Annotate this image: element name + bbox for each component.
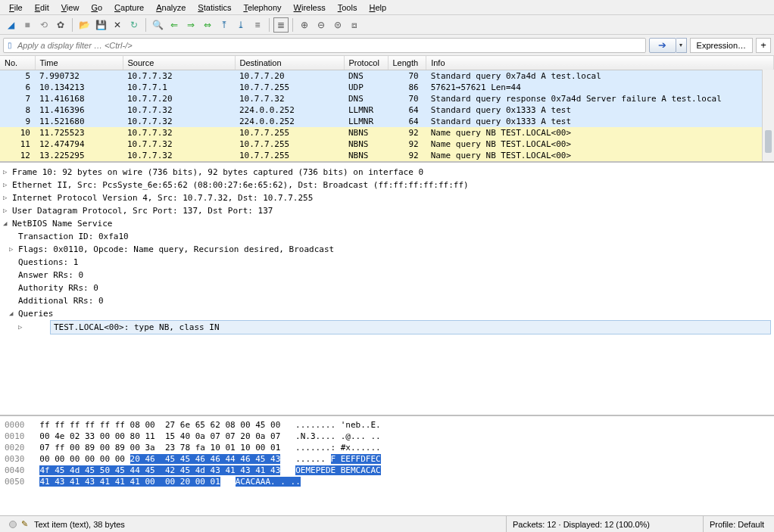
zoom-in-icon[interactable]: ⊕ <box>297 17 312 33</box>
expand-icon[interactable]: ▷ <box>3 191 11 204</box>
tree-item-authority-rrs[interactable]: Authority RRs: 0 <box>0 282 774 294</box>
packet-cell: 7 <box>0 93 35 104</box>
column-header-no[interactable]: No. <box>0 56 35 70</box>
tree-item-frame[interactable]: ▷Frame 10: 92 bytes on wire (736 bits), … <box>0 166 774 179</box>
expand-icon[interactable]: ▷ <box>3 321 18 334</box>
scrollbar-thumb[interactable] <box>765 130 772 153</box>
add-filter-button[interactable]: + <box>756 38 771 53</box>
packet-cell: 10.7.7.32 <box>235 93 344 104</box>
prev-icon[interactable]: ⇐ <box>167 17 182 33</box>
packet-details-pane[interactable]: ▷Frame 10: 92 bytes on wire (736 bits), … <box>0 163 774 416</box>
hex-row[interactable]: 0050 41 43 41 43 41 41 41 00 00 20 00 01… <box>5 476 769 487</box>
menu-statistics[interactable]: Statistics <box>192 2 237 14</box>
options-icon[interactable]: ✿ <box>53 17 68 33</box>
packet-cell: 10.7.7.32 <box>123 104 235 116</box>
column-header-time[interactable]: Time <box>35 56 123 70</box>
packet-bytes-pane[interactable]: 0000 ff ff ff ff ff ff 08 00 27 6e 65 62… <box>0 416 774 515</box>
packet-cell: 70 <box>388 70 426 82</box>
packet-cell: 92 <box>388 138 426 150</box>
separator <box>269 18 270 32</box>
restart-capture-icon[interactable]: ⟲ <box>36 17 51 33</box>
packet-cell: 9 <box>0 116 35 127</box>
packet-row[interactable]: 57.99073210.7.7.3210.7.7.20DNS70Standard… <box>0 70 774 82</box>
stop-capture-icon[interactable]: ■ <box>20 17 35 33</box>
menu-capture[interactable]: Capture <box>108 2 150 14</box>
edit-icon[interactable]: ✎ <box>21 519 28 529</box>
zoom-reset-icon[interactable]: ⊜ <box>330 17 345 33</box>
tree-item-transaction-id[interactable]: Transaction ID: 0xfa10 <box>0 230 774 243</box>
save-icon[interactable]: 💾 <box>93 17 108 33</box>
status-profile[interactable]: Profile: Default <box>703 516 771 532</box>
packet-row[interactable]: 911.52168010.7.7.32224.0.0.252LLMNR64Sta… <box>0 116 774 127</box>
filter-bar: ▯ ➔ ▾ Expression… + <box>0 35 774 56</box>
collapse-icon[interactable]: ◢ <box>9 307 17 320</box>
expand-icon[interactable]: ▷ <box>3 204 11 217</box>
tree-item-flags[interactable]: ▷Flags: 0x0110, Opcode: Name query, Recu… <box>0 243 774 256</box>
tree-item-answer-rrs[interactable]: Answer RRs: 0 <box>0 269 774 282</box>
packet-row[interactable]: 1011.72552310.7.7.3210.7.7.255NBNS92Name… <box>0 127 774 138</box>
tree-item-queries[interactable]: ◢Queries <box>0 307 774 320</box>
column-header-source[interactable]: Source <box>123 56 235 70</box>
packet-list-table[interactable]: No.TimeSourceDestinationProtocolLengthIn… <box>0 56 774 161</box>
expand-icon[interactable]: ▷ <box>3 166 11 179</box>
filter-history-dropdown[interactable]: ▾ <box>676 38 687 53</box>
packet-row[interactable]: 610.13421310.7.7.110.7.7.255UDP8657621→5… <box>0 82 774 93</box>
tree-item-udp[interactable]: ▷User Datagram Protocol, Src Port: 137, … <box>0 204 774 217</box>
menu-tools[interactable]: Tools <box>332 2 364 14</box>
expand-icon[interactable]: ▷ <box>9 243 17 256</box>
packet-row[interactable]: 711.41616810.7.7.2010.7.7.32DNS70Standar… <box>0 93 774 104</box>
column-header-protocol[interactable]: Protocol <box>344 56 388 70</box>
tree-item-query-selected[interactable]: ▷ TEST.LOCAL<00>: type NB, class IN <box>0 320 774 334</box>
menu-edit[interactable]: Edit <box>29 2 55 14</box>
packet-row[interactable]: 1112.47479410.7.7.3210.7.7.255NBNS92Name… <box>0 138 774 150</box>
packet-row[interactable]: 1213.22529510.7.7.3210.7.7.255NBNS92Name… <box>0 150 774 161</box>
zoom-out-icon[interactable]: ⊖ <box>314 17 329 33</box>
expert-info-icon[interactable] <box>9 521 17 528</box>
hex-row[interactable]: 0040 4f 45 4d 45 50 45 44 45 42 45 4d 43… <box>5 465 769 476</box>
display-filter-input[interactable] <box>16 41 645 50</box>
hex-row[interactable]: 0030 00 00 00 00 00 00 20 46 45 45 46 46… <box>5 453 769 465</box>
goto-first-icon[interactable]: ⤒ <box>217 17 232 33</box>
autoscroll-icon[interactable]: ≣ <box>273 17 289 33</box>
open-icon[interactable]: 📂 <box>76 17 92 33</box>
colorize-icon[interactable]: ≡ <box>250 17 265 33</box>
menu-analyze[interactable]: Analyze <box>150 2 192 14</box>
hex-row[interactable]: 0010 00 4e 02 33 00 00 80 11 15 40 0a 07… <box>5 431 769 442</box>
resize-columns-icon[interactable]: ⧈ <box>347 17 362 33</box>
next-icon[interactable]: ⇒ <box>183 17 198 33</box>
column-header-length[interactable]: Length <box>388 56 426 70</box>
vertical-scrollbar[interactable] <box>762 70 774 161</box>
find-icon[interactable]: 🔍 <box>150 17 165 33</box>
tree-item-ethernet[interactable]: ▷Ethernet II, Src: PcsSyste_6e:65:62 (08… <box>0 179 774 191</box>
packet-cell: DNS <box>344 93 388 104</box>
separator <box>292 18 293 32</box>
bookmark-icon[interactable]: ▯ <box>4 41 16 49</box>
menu-wireless[interactable]: Wireless <box>288 2 332 14</box>
expression-button[interactable]: Expression… <box>690 38 753 53</box>
tree-item-additional-rrs[interactable]: Additional RRs: 0 <box>0 294 774 307</box>
packet-cell: Name query NB TEST.LOCAL<00> <box>426 127 774 138</box>
menu-file[interactable]: File <box>3 2 29 14</box>
hex-row[interactable]: 0000 ff ff ff ff ff ff 08 00 27 6e 65 62… <box>5 419 769 431</box>
packet-row[interactable]: 811.41639610.7.7.32224.0.0.252LLMNR64Sta… <box>0 104 774 116</box>
shark-fin-icon[interactable]: ◢ <box>3 17 18 33</box>
packet-cell: 64 <box>388 104 426 116</box>
reload-icon[interactable]: ↻ <box>126 17 142 33</box>
tree-item-questions[interactable]: Questions: 1 <box>0 256 774 269</box>
tree-item-nbns[interactable]: ◢NetBIOS Name Service <box>0 217 774 230</box>
close-icon[interactable]: ✕ <box>110 17 125 33</box>
apply-filter-button[interactable]: ➔ <box>649 38 676 53</box>
jump-icon[interactable]: ⇔ <box>200 17 215 33</box>
collapse-icon[interactable]: ◢ <box>3 217 11 230</box>
expand-icon[interactable]: ▷ <box>3 179 11 191</box>
menu-view[interactable]: View <box>55 2 86 14</box>
menu-telephony[interactable]: Telephony <box>237 2 287 14</box>
column-header-destination[interactable]: Destination <box>235 56 344 70</box>
tree-item-ip[interactable]: ▷Internet Protocol Version 4, Src: 10.7.… <box>0 191 774 204</box>
menu-help[interactable]: Help <box>363 2 392 14</box>
menu-go[interactable]: Go <box>85 2 108 14</box>
column-header-info[interactable]: Info <box>426 56 774 70</box>
packet-cell: 12.474794 <box>35 138 123 150</box>
goto-last-icon[interactable]: ⤓ <box>233 17 248 33</box>
hex-row[interactable]: 0020 07 ff 00 89 00 89 00 3a 23 78 fa 10… <box>5 442 769 453</box>
